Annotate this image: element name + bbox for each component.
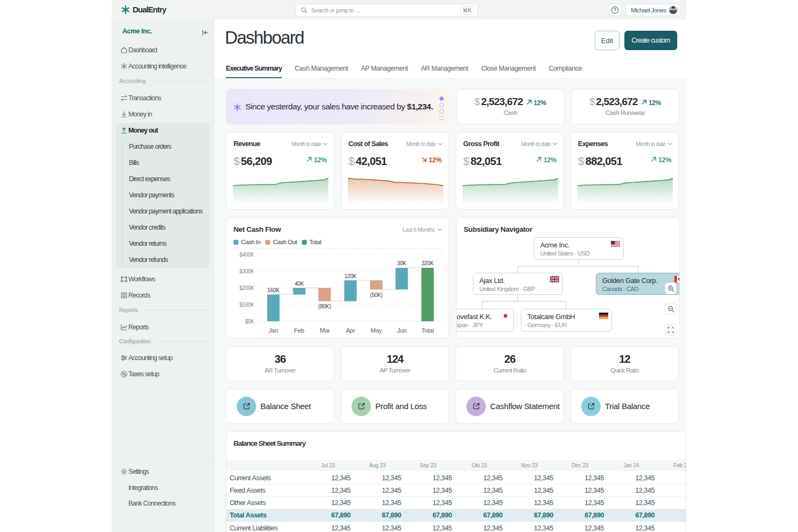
svg-text:$0K: $0K [245, 319, 254, 324]
svg-text:(80K): (80K) [318, 303, 331, 309]
svg-text:$200K: $200K [239, 285, 254, 291]
svg-text:May: May [370, 327, 382, 334]
svg-text:40K: 40K [294, 281, 304, 287]
svg-text:30K: 30K [397, 260, 407, 266]
svg-text:(50K): (50K) [370, 292, 382, 298]
svg-text:Apr: Apr [346, 327, 355, 334]
svg-text:$400K: $400K [239, 252, 254, 258]
svg-text:Feb: Feb [294, 327, 304, 334]
svg-text:320K: 320K [422, 260, 434, 266]
svg-text:$300K: $300K [239, 268, 254, 274]
svg-text:120K: 120K [345, 273, 357, 279]
svg-text:Total: Total [422, 327, 434, 334]
svg-text:Jan: Jan [269, 327, 278, 334]
svg-text:Mar: Mar [320, 327, 330, 334]
svg-text:$100K: $100K [239, 302, 254, 308]
svg-text:Jun: Jun [397, 327, 407, 334]
svg-text:160K: 160K [267, 287, 280, 293]
